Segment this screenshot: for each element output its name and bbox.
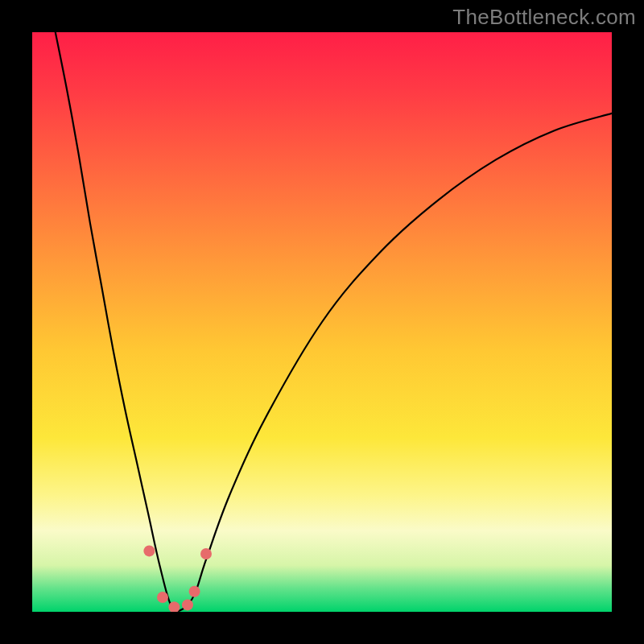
marker-dot xyxy=(182,599,193,610)
chart-svg xyxy=(32,32,612,612)
bottleneck-curve xyxy=(56,32,612,611)
plot-area xyxy=(32,32,612,612)
marker-dot xyxy=(157,592,168,603)
curve-markers xyxy=(143,545,212,612)
chart-frame: TheBottleneck.com xyxy=(0,0,644,644)
marker-dot xyxy=(189,586,200,597)
marker-dot xyxy=(200,548,212,559)
watermark-text: TheBottleneck.com xyxy=(452,5,636,30)
marker-dot xyxy=(143,545,155,556)
